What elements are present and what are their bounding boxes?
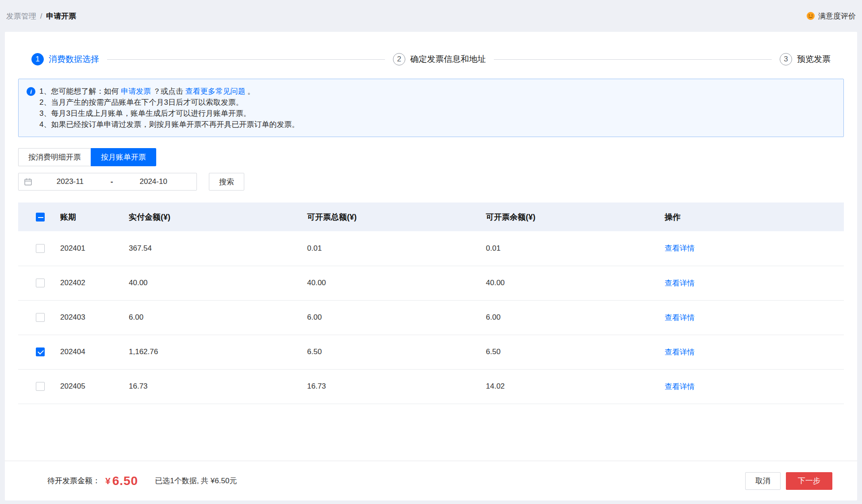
cell-balance: 6.50: [486, 335, 665, 369]
smiley-face-icon: [806, 11, 815, 20]
next-step-button[interactable]: 下一步: [786, 472, 832, 490]
date-start-value[interactable]: 2023-11: [32, 177, 108, 186]
step-1-consumption-data: 1 消费数据选择: [31, 53, 99, 65]
cell-total: 6.50: [307, 335, 486, 369]
cell-paid: 16.73: [129, 369, 307, 404]
cell-period: 202405: [60, 369, 129, 404]
header-paid-amount: 实付金额(¥): [129, 202, 307, 231]
table-row: 202404 1,162.76 6.50 6.50 查看详情: [18, 335, 844, 369]
stepper: 1 消费数据选择 2 确定发票信息和地址 3 预览发票: [5, 32, 857, 65]
row-checkbox[interactable]: [36, 279, 45, 287]
pending-amount-value: 6.50: [112, 474, 139, 488]
step-1-circle: 1: [31, 53, 44, 65]
cancel-button[interactable]: 取消: [745, 472, 781, 490]
cell-paid: 6.00: [129, 300, 307, 335]
apply-invoice-link[interactable]: 申请发票: [121, 87, 151, 95]
cell-total: 16.73: [307, 369, 486, 404]
table-row: 202403 6.00 6.00 6.00 查看详情: [18, 300, 844, 335]
step-2-invoice-info: 2 确定发票信息和地址: [393, 53, 486, 65]
tab-by-consumption-detail[interactable]: 按消费明细开票: [18, 148, 91, 166]
step-3-label: 预览发票: [797, 53, 831, 65]
view-details-link[interactable]: 查看详情: [665, 382, 695, 391]
date-range-separator: -: [108, 177, 116, 186]
notice-line-4: 4、如果已经按订单申请过发票，则按月账单开票不再开具已开票订单的发票。: [39, 119, 299, 130]
cell-period: 202402: [60, 266, 129, 300]
notice-line-1-prefix: 1、您可能想了解：如何: [39, 87, 121, 95]
row-checkbox[interactable]: [36, 313, 45, 322]
view-details-link[interactable]: 查看详情: [665, 244, 695, 252]
currency-symbol: ¥: [105, 476, 111, 486]
table-row: 202402 40.00 40.00 40.00 查看详情: [18, 266, 844, 300]
faq-link[interactable]: 查看更多常见问题: [185, 87, 246, 95]
cell-balance: 6.00: [486, 300, 665, 335]
footer-action-bar: 待开发票金额： ¥ 6.50 已选1个数据, 共 ¥6.50元 取消 下一步: [5, 461, 857, 500]
step-3-preview-invoice: 3 预览发票: [780, 53, 831, 65]
notice-line-2: 2、当月产生的按需产品账单在下个月3日后才可以索取发票。: [39, 97, 299, 108]
header-invoiceable-total: 可开票总额(¥): [307, 202, 486, 231]
header-period: 账期: [60, 202, 129, 231]
pending-amount-label: 待开发票金额：: [47, 476, 100, 486]
cell-balance: 40.00: [486, 266, 665, 300]
bill-table: 账期 实付金额(¥) 可开票总额(¥) 可开票余额(¥) 操作 202401 3…: [18, 202, 844, 404]
invoice-apply-card: 1 消费数据选择 2 确定发票信息和地址 3 预览发票 i 1、您可能想了解：如…: [5, 32, 857, 500]
cell-total: 6.00: [307, 300, 486, 335]
cell-balance: 14.02: [486, 369, 665, 404]
step-3-circle: 3: [780, 53, 792, 65]
cell-total: 0.01: [307, 231, 486, 266]
select-all-checkbox[interactable]: [36, 213, 45, 221]
date-end-value[interactable]: 2024-10: [115, 177, 191, 186]
cell-period: 202401: [60, 231, 129, 266]
table-row: 202401 367.54 0.01 0.01 查看详情: [18, 231, 844, 266]
satisfaction-survey-link[interactable]: 满意度评价: [806, 11, 856, 21]
cell-period: 202404: [60, 335, 129, 369]
row-checkbox[interactable]: [36, 347, 45, 356]
row-checkbox[interactable]: [36, 244, 45, 253]
table-header-row: 账期 实付金额(¥) 可开票总额(¥) 可开票余额(¥) 操作: [18, 202, 844, 231]
cell-paid: 367.54: [129, 231, 307, 266]
cell-balance: 0.01: [486, 231, 665, 266]
step-2-label: 确定发票信息和地址: [410, 53, 486, 65]
filter-row: 2023-11 - 2024-10 搜索: [18, 173, 844, 191]
search-button[interactable]: 搜索: [209, 173, 244, 191]
view-details-link[interactable]: 查看详情: [665, 348, 695, 356]
notice-line-1-mid: ？或点击: [151, 87, 185, 95]
selection-summary: 已选1个数据, 共 ¥6.50元: [155, 476, 237, 486]
view-details-link[interactable]: 查看详情: [665, 279, 695, 287]
step-connector-line: [494, 59, 772, 60]
step-2-circle: 2: [393, 53, 405, 65]
info-alert: i 1、您可能想了解：如何 申请发票 ？或点击 查看更多常见问题 。 2、当月产…: [18, 79, 844, 137]
header-invoiceable-balance: 可开票余额(¥): [486, 202, 665, 231]
step-connector-line: [107, 59, 385, 60]
breadcrumb-separator: /: [40, 12, 42, 20]
cell-total: 40.00: [307, 266, 486, 300]
top-bar: 发票管理 / 申请开票 满意度评价: [0, 0, 862, 32]
date-range-picker[interactable]: 2023-11 - 2024-10: [18, 173, 197, 191]
info-alert-text: 1、您可能想了解：如何 申请发票 ？或点击 查看更多常见问题 。 2、当月产生的…: [39, 86, 299, 130]
calendar-icon: [24, 178, 32, 186]
tab-by-monthly-bill[interactable]: 按月账单开票: [91, 148, 156, 166]
cell-paid: 1,162.76: [129, 335, 307, 369]
info-icon: i: [27, 87, 35, 96]
satisfaction-label: 满意度评价: [818, 11, 856, 21]
breadcrumb-parent[interactable]: 发票管理: [6, 12, 36, 20]
cell-period: 202403: [60, 300, 129, 335]
breadcrumb: 发票管理 / 申请开票: [6, 11, 76, 21]
step-1-label: 消费数据选择: [49, 53, 99, 65]
notice-line-1: 1、您可能想了解：如何 申请发票 ？或点击 查看更多常见问题 。: [39, 86, 299, 97]
view-details-link[interactable]: 查看详情: [665, 313, 695, 322]
table-row: 202405 16.73 16.73 14.02 查看详情: [18, 369, 844, 404]
notice-line-1-suffix: 。: [246, 87, 255, 95]
header-action: 操作: [665, 202, 844, 231]
breadcrumb-current: 申请开票: [46, 12, 76, 20]
row-checkbox[interactable]: [36, 382, 45, 391]
notice-line-3: 3、每月3日生成上月账单，账单生成后才可以进行月账单开票。: [39, 108, 299, 119]
invoice-mode-tabs: 按消费明细开票 按月账单开票: [18, 148, 844, 166]
cell-paid: 40.00: [129, 266, 307, 300]
